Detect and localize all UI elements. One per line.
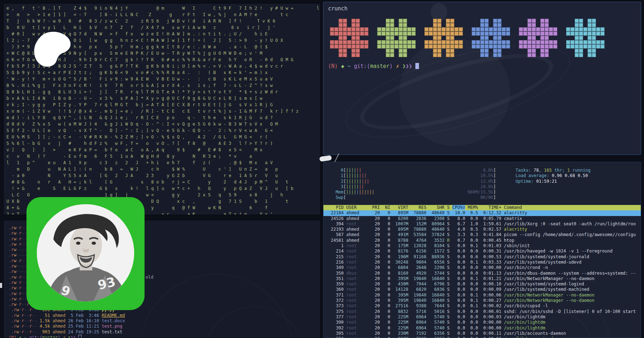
process-row[interactable]: 360 root 20 0 14128 6820 6036 S 0.0 0.0 … (323, 287, 641, 292)
perm-char: - (24, 313, 26, 318)
process-row[interactable]: 396 root 20 0 230M 7192 6356 S 0.0 0.0 0… (323, 336, 641, 338)
matrix-line: v ] Q ] ] > e K F a P = b f o a C u A , … (6, 147, 317, 153)
file-name: test.png (102, 324, 122, 329)
process-row[interactable]: 216 root 20 0 30248 9804 6556 S 0.0 0.1 … (323, 260, 641, 265)
cell-user: ahmed (344, 210, 372, 215)
hash-tile (351, 36, 356, 40)
meter-bracket: ] (493, 190, 496, 195)
process-row[interactable]: 359 root 20 0 430M 7944 6796 S 0.0 0.0 0… (323, 281, 641, 287)
cell-command: picom --config /home/ahmed/.config/aweso… (501, 232, 636, 237)
cell-pri-ni: 20 0 (372, 281, 390, 286)
cell-state: S (444, 265, 449, 270)
process-table-header[interactable]: PID USER PRI NI VIRT RES SHR S CPU%▽ MEM… (323, 205, 641, 210)
process-row[interactable]: 392 root 20 0 225M 6964 5740 S 0.0 0.0 0… (323, 325, 641, 331)
cell-pri-ni: 20 0 (372, 232, 390, 237)
hash-gap (459, 36, 463, 40)
cell-state: S (444, 298, 449, 303)
hash-gap (549, 36, 553, 40)
hash-tile (437, 49, 441, 53)
file-row: .rw-r--r-- 51 ahmed 5 Feb 3:46 README.md (9, 313, 320, 318)
process-row[interactable]: 351 root 20 0 395M 19840 16840 S 0.0 0.1… (323, 276, 641, 281)
perm-char: - (27, 313, 29, 318)
tasks-summary: Tasks: 78, 165 thr; 1 running (513, 168, 591, 173)
hash-tile (484, 40, 489, 44)
hash-gap (536, 53, 540, 57)
hash-gap (381, 53, 386, 57)
hash-tile (450, 23, 454, 27)
meter-label: 2 (336, 179, 343, 184)
hash-tile (437, 44, 441, 49)
hash-tile (450, 36, 454, 40)
process-row[interactable]: 1 root 20 0 175M 12028 8104 S 0.0 0.1 0:… (323, 243, 641, 249)
cell-virt-res-shr: 175M 12028 8104 (390, 243, 445, 248)
hash-gap (553, 36, 557, 40)
hash-tile (446, 36, 450, 40)
process-row[interactable]: 22184 ahmed 20 0 895M 78880 48640 S 18.0… (323, 210, 641, 216)
process-row[interactable]: 22193 ahmed 20 0 895M 78880 48640 S 4.0 … (323, 227, 641, 232)
meter-space (346, 195, 480, 200)
hash-tile (390, 36, 394, 40)
matrix-line: Q 8 b L H 1 - g g 8 L U 3 i > ! j ] 7 R … (6, 89, 317, 95)
hash-tile (527, 49, 532, 53)
shell-prompt[interactable]: (N) ◆ ~ git:(master) ✗ ❯❯❯ (9, 335, 320, 338)
hash-tile (575, 31, 579, 36)
hash-tile (351, 27, 356, 31)
process-row[interactable]: 390 root 20 0 225M 6964 5740 S 0.0 0.0 0… (323, 320, 641, 325)
hash-gap (381, 36, 386, 40)
cell-state: S (444, 293, 449, 298)
file-name: test.docx (102, 318, 125, 323)
cell-user: root (344, 281, 372, 286)
hash-tile (540, 23, 545, 27)
process-row[interactable]: 375 root 20 0 8832 5716 5016 S 0.0 0.0 0… (323, 309, 641, 314)
cell-virt-res-shr: 14128 6820 6036 (390, 287, 445, 292)
file-name-partial: old (146, 275, 153, 280)
hash-tile (343, 44, 347, 49)
hash-tile (403, 53, 407, 57)
hash-tile (381, 40, 386, 44)
hash-tile (540, 19, 545, 23)
shell-prompt[interactable]: (N) ◆ ~ git:(master) ✗ ❯❯❯ (328, 63, 419, 69)
meter-bracket: [ (343, 173, 346, 178)
perm-char: - (34, 329, 37, 334)
process-row[interactable]: 349 root 20 0 6804 2648 2296 S 0.0 0.0 0… (323, 265, 641, 270)
hash-tile (536, 44, 540, 49)
cell-virt-res-shr: 8160 4920 3744 (390, 271, 445, 276)
hash-gap (330, 49, 334, 53)
perm-char: - (27, 307, 29, 312)
process-row[interactable]: 394 root 20 0 1007M 152M 80964 S 6.7 1.0… (323, 221, 641, 227)
cell-pri-ni: 20 0 (372, 293, 390, 298)
terminal-htop[interactable]: 0[|||||| 8.8%] 1[|||||||| 10.5%] 2[|||||… (323, 162, 641, 338)
cell-user: root (344, 325, 372, 330)
perm-char: - (24, 307, 26, 312)
hash-gap (536, 36, 540, 40)
process-row[interactable]: 215 root 20 0 196M 91168 88936 S 0.0 0.6… (323, 254, 641, 260)
process-row[interactable]: 372 root 20 0 395M 19840 16840 S 0.0 0.1… (323, 298, 641, 303)
process-row[interactable]: 373 root 20 0 27516 9388 7644 S 0.0 0.1 … (323, 303, 641, 309)
cell-command: /usr/lib/systemd/systemd-journald (501, 254, 589, 259)
process-row[interactable]: 24581 ahmed 20 0 8788 4764 3532 R 0.7 0.… (323, 238, 641, 243)
process-row[interactable]: 371 root 20 0 395M 19840 16840 S 0.0 0.1… (323, 293, 641, 298)
meter-pipe: | (361, 179, 364, 184)
hash-tile (579, 49, 583, 53)
hash-gap (454, 23, 459, 27)
tasks-running-count: 1 (567, 168, 570, 173)
process-row[interactable]: 350 dbus 20 0 8160 4920 3744 S 0.0 0.0 0… (323, 271, 641, 276)
hash-tile (489, 27, 493, 31)
perm-char: - (27, 324, 29, 329)
hash-gap (502, 36, 506, 40)
hash-gap (424, 19, 429, 23)
terminal-crunch[interactable]: crunch (N) ◆ ~ git:(master) ✗ ❯❯❯ (323, 2, 641, 155)
hash-gap (411, 23, 416, 27)
process-row[interactable]: 24526 ahmed 20 0 6200 2836 2308 S 8.0 0.… (323, 216, 641, 221)
hash-tile (484, 19, 489, 23)
meter-bracket: [ (343, 184, 346, 189)
process-row[interactable]: 377 root 20 0 225M 6964 5740 S 0.0 0.0 0… (323, 314, 641, 320)
process-row[interactable]: 395 root 20 0 230M 7192 6356 S 0.0 0.0 0… (323, 331, 641, 336)
hash-tile (484, 44, 489, 49)
process-row[interactable]: 214 root 20 0 8176 6156 1572 S 0.0 0.0 0… (323, 249, 641, 254)
hash-gap (596, 49, 600, 53)
hash-gap (347, 19, 351, 23)
cell-user: ahmed (344, 238, 372, 243)
process-row[interactable]: 587 ahmed 20 0 491M 53584 37824 S 3.3 0.… (323, 232, 641, 237)
matrix-line: v k ; I - y g y P I Z y . Y P 7 r q l M … (6, 102, 317, 108)
